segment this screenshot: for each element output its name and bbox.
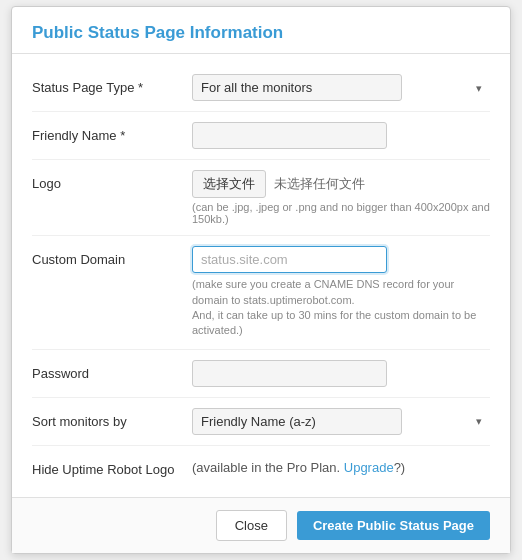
custom-domain-hint: (make sure you create a CNAME DNS record… [192,277,490,339]
status-page-type-select[interactable]: For all the monitors For selected monito… [192,74,402,101]
logo-control: 选择文件 未选择任何文件 (can be .jpg, .jpeg or .png… [192,170,490,225]
status-page-type-label: Status Page Type * [32,74,192,95]
logo-label: Logo [32,170,192,191]
sort-monitors-row: Sort monitors by Friendly Name (a-z) Fri… [32,398,490,446]
sort-monitors-control: Friendly Name (a-z) Friendly Name (z-a) … [192,408,490,435]
friendly-name-control [192,122,490,149]
friendly-name-label: Friendly Name * [32,122,192,143]
hide-logo-row: Hide Uptime Robot Logo (available in the… [32,446,490,487]
sort-monitors-select-wrap: Friendly Name (a-z) Friendly Name (z-a) … [192,408,490,435]
no-file-selected-label: 未选择任何文件 [274,175,365,193]
password-control [192,360,490,387]
hide-logo-text: (available in the Pro Plan. Upgrade?) [192,456,490,475]
dialog-title: Public Status Page Information [32,23,490,43]
dialog: Public Status Page Information Status Pa… [11,6,511,554]
dialog-footer: Close Create Public Status Page [12,497,510,553]
chevron-down-icon: ▾ [476,81,482,94]
hide-logo-prefix: (available in the Pro Plan. [192,460,344,475]
choose-file-button[interactable]: 选择文件 [192,170,266,198]
hide-logo-suffix: ?) [394,460,406,475]
sort-monitors-label: Sort monitors by [32,408,192,429]
status-page-type-control: For all the monitors For selected monito… [192,74,490,101]
custom-domain-label: Custom Domain [32,246,192,267]
close-button[interactable]: Close [216,510,287,541]
logo-hint: (can be .jpg, .jpeg or .png and no bigge… [192,201,490,225]
password-label: Password [32,360,192,381]
logo-file-row: 选择文件 未选择任何文件 [192,170,365,198]
domain-hint-line1: (make sure you create a CNAME DNS record… [192,278,454,305]
hide-logo-label: Hide Uptime Robot Logo [32,456,192,477]
status-page-type-row: Status Page Type * For all the monitors … [32,64,490,112]
dialog-header: Public Status Page Information [12,7,510,54]
dialog-body: Status Page Type * For all the monitors … [12,54,510,497]
sort-monitors-select[interactable]: Friendly Name (a-z) Friendly Name (z-a) … [192,408,402,435]
status-page-type-select-wrap: For all the monitors For selected monito… [192,74,490,101]
custom-domain-row: Custom Domain (make sure you create a CN… [32,236,490,350]
hide-logo-control: (available in the Pro Plan. Upgrade?) [192,456,490,475]
logo-row: Logo 选择文件 未选择任何文件 (can be .jpg, .jpeg or… [32,160,490,236]
custom-domain-input[interactable] [192,246,387,273]
domain-hint-line2: And, it can take up to 30 mins for the c… [192,309,476,336]
chevron-down-icon-sort: ▾ [476,415,482,428]
friendly-name-input[interactable] [192,122,387,149]
create-button[interactable]: Create Public Status Page [297,511,490,540]
friendly-name-row: Friendly Name * [32,112,490,160]
password-row: Password [32,350,490,398]
upgrade-link[interactable]: Upgrade [344,460,394,475]
custom-domain-control: (make sure you create a CNAME DNS record… [192,246,490,339]
password-input[interactable] [192,360,387,387]
